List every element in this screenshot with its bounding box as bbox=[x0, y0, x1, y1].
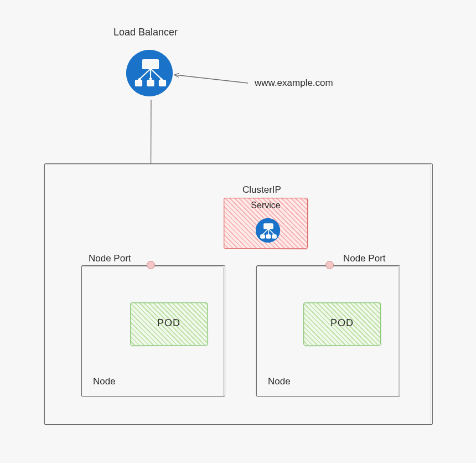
clusterip-service-box: Service bbox=[224, 198, 308, 249]
nodeport-right-dot bbox=[325, 261, 334, 269]
pod-left-label: POD bbox=[131, 317, 207, 329]
nodeport-left-dot bbox=[147, 261, 155, 269]
load-balancer-title: Load Balancer bbox=[113, 27, 178, 38]
svg-rect-4 bbox=[136, 80, 142, 86]
svg-line-8 bbox=[262, 229, 268, 235]
svg-rect-11 bbox=[261, 235, 265, 238]
svg-rect-13 bbox=[272, 235, 276, 238]
pod-left: POD bbox=[130, 302, 208, 346]
node-left-label: Node bbox=[93, 376, 116, 387]
load-balancer-icon bbox=[126, 50, 173, 96]
clusterip-service-label: Service bbox=[224, 200, 307, 210]
external-hostname-label: www.example.com bbox=[255, 78, 333, 89]
svg-rect-12 bbox=[267, 235, 271, 238]
svg-line-10 bbox=[268, 229, 275, 235]
svg-rect-0 bbox=[143, 60, 158, 69]
svg-rect-7 bbox=[264, 224, 273, 229]
nodeport-right-label: Node Port bbox=[343, 253, 386, 264]
arrow-external-to-lb bbox=[174, 75, 248, 83]
clusterip-title: ClusterIP bbox=[242, 184, 281, 196]
pod-right: POD bbox=[303, 302, 381, 346]
service-icon bbox=[256, 218, 280, 243]
svg-line-1 bbox=[138, 69, 151, 80]
nodeport-left-label: Node Port bbox=[89, 253, 131, 264]
pod-right-label: POD bbox=[304, 317, 380, 329]
diagram-canvas: Load Balancer www.example.com ClusterIP bbox=[0, 0, 476, 463]
node-right-label: Node bbox=[268, 376, 291, 387]
svg-rect-6 bbox=[159, 80, 165, 86]
